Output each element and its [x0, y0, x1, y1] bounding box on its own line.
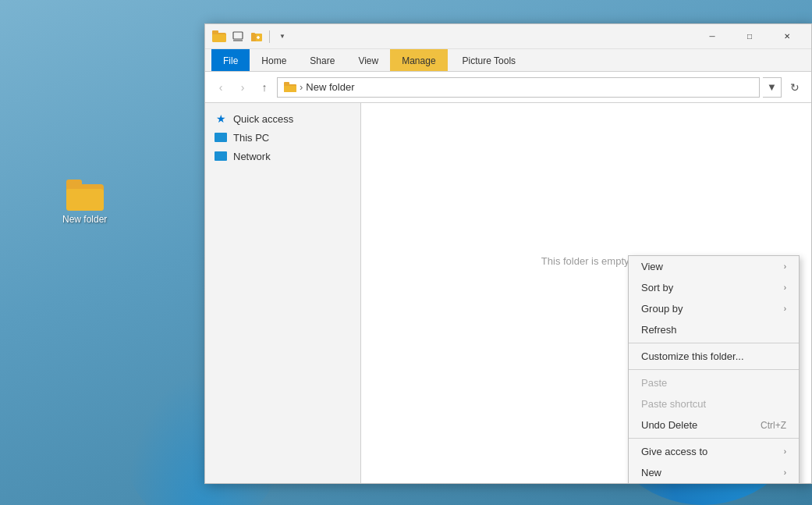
desktop-folder-label: New folder	[62, 214, 107, 225]
ctx-item-view-label: View	[641, 261, 663, 272]
this-pc-icon	[215, 131, 227, 144]
sidebar-item-this-pc-label: This PC	[233, 132, 269, 144]
sidebar: ★ Quick access This PC Network	[205, 103, 361, 483]
ctx-item-view[interactable]: View ›	[629, 256, 799, 277]
ctx-submenu-arrow-view: ›	[784, 262, 786, 271]
desktop-folder-icon[interactable]: New folder	[62, 180, 107, 225]
ctx-separator-1	[629, 343, 799, 343]
address-dropdown-button[interactable]: ▼	[763, 77, 782, 98]
sidebar-item-this-pc[interactable]: This PC	[205, 128, 360, 147]
sidebar-item-quick-access[interactable]: ★ Quick access	[205, 109, 360, 128]
tab-picture-tools[interactable]: Picture Tools	[451, 49, 527, 71]
up-button[interactable]: ↑	[255, 78, 274, 97]
qat-folder-button[interactable]	[211, 29, 227, 44]
ctx-submenu-arrow-sort: ›	[784, 283, 786, 292]
back-button[interactable]: ‹	[211, 78, 230, 97]
ctx-item-customize[interactable]: Customize this folder...	[629, 346, 799, 367]
ctx-item-new[interactable]: New ›	[629, 462, 799, 483]
address-path[interactable]: › New folder	[277, 77, 760, 98]
ctx-item-paste: Paste	[629, 372, 799, 393]
ctx-item-sort-by-label: Sort by	[641, 282, 673, 293]
svg-rect-4	[251, 33, 255, 35]
ctx-separator-3	[629, 438, 799, 439]
minimize-button[interactable]: ─	[694, 24, 730, 49]
ctx-item-sort-by[interactable]: Sort by ›	[629, 277, 799, 298]
empty-folder-message: This folder is empty.	[541, 255, 631, 267]
qat-dropdown-button[interactable]: ▼	[275, 29, 290, 44]
quick-access-icon: ★	[215, 112, 227, 125]
ctx-item-group-by-label: Group by	[641, 303, 683, 315]
qat-separator	[269, 30, 270, 43]
tab-manage[interactable]: Manage	[390, 49, 447, 71]
qat-properties-button[interactable]	[230, 29, 246, 44]
title-bar-left: ▼	[211, 29, 694, 44]
ctx-item-group-by[interactable]: Group by ›	[629, 298, 799, 319]
title-bar-controls: ─ □ ✕	[694, 24, 805, 49]
address-folder-icon	[284, 82, 296, 92]
ctx-item-undo-delete-label: Undo Delete	[641, 419, 697, 431]
explorer-window: ▼ ─ □ ✕ File Home Share View Manage Pict…	[204, 23, 812, 484]
sidebar-item-network-label: Network	[233, 151, 271, 162]
address-bar: ‹ › ↑ › New folder ▼ ↻	[205, 72, 811, 103]
refresh-button[interactable]: ↻	[785, 77, 805, 98]
ctx-item-customize-label: Customize this folder...	[641, 350, 744, 362]
ctx-item-paste-label: Paste	[641, 377, 667, 389]
title-bar: ▼ ─ □ ✕	[205, 24, 811, 49]
qat-new-folder-button[interactable]	[249, 29, 264, 44]
ctx-item-undo-delete[interactable]: Undo Delete Ctrl+Z	[629, 414, 799, 436]
close-button[interactable]: ✕	[769, 24, 805, 49]
ctx-submenu-arrow-give-access: ›	[784, 447, 786, 456]
tab-home[interactable]: Home	[250, 49, 298, 71]
ctx-item-new-label: New	[641, 467, 661, 478]
ctx-submenu-arrow-new: ›	[784, 468, 786, 477]
desktop: New folder	[0, 0, 812, 505]
ribbon: File Home Share View Manage Picture Tool…	[205, 49, 811, 72]
maximize-button[interactable]: □	[732, 24, 768, 49]
network-icon	[215, 150, 227, 162]
ctx-item-paste-shortcut-label: Paste shortcut	[641, 398, 706, 410]
ctx-item-give-access-label: Give access to	[641, 446, 707, 457]
ctx-submenu-arrow-group: ›	[784, 304, 786, 313]
ctx-item-undo-delete-shortcut: Ctrl+Z	[761, 420, 786, 431]
ctx-item-give-access[interactable]: Give access to ›	[629, 441, 799, 462]
folder-icon-graphic	[66, 180, 104, 211]
address-path-text: New folder	[306, 81, 354, 93]
ctx-separator-2	[629, 369, 799, 370]
sidebar-item-network[interactable]: Network	[205, 147, 360, 165]
ribbon-tabs: File Home Share View Manage Picture Tool…	[205, 49, 811, 71]
forward-button[interactable]: ›	[233, 78, 252, 97]
ctx-item-refresh-label: Refresh	[641, 324, 677, 336]
tab-file[interactable]: File	[211, 49, 250, 71]
content-area[interactable]: This folder is empty. View › Sort by ›	[361, 103, 811, 483]
tab-share[interactable]: Share	[298, 49, 346, 71]
context-menu: View › Sort by › Group by › R	[628, 255, 800, 483]
address-separator: ›	[300, 81, 303, 93]
ctx-item-refresh[interactable]: Refresh	[629, 319, 799, 340]
sidebar-item-quick-access-label: Quick access	[233, 113, 293, 125]
ctx-item-paste-shortcut: Paste shortcut	[629, 393, 799, 414]
svg-rect-0	[233, 32, 243, 39]
tab-view[interactable]: View	[346, 49, 390, 71]
main-area: ★ Quick access This PC Network	[205, 103, 811, 483]
